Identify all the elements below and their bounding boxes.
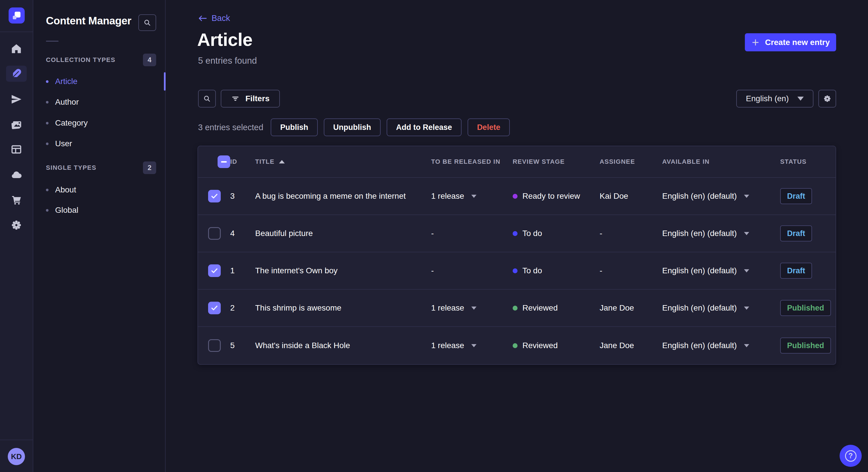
status-badge: Published bbox=[780, 338, 831, 353]
check-icon bbox=[210, 266, 219, 275]
subnav-item-label: User bbox=[55, 139, 72, 148]
cell-review-stage: To do bbox=[503, 229, 590, 238]
gear-settings-icon bbox=[11, 220, 22, 231]
column-header-available-in: AVAILABLE IN bbox=[652, 158, 770, 165]
review-stage-dot bbox=[513, 268, 518, 273]
nav-media-library[interactable] bbox=[0, 117, 33, 133]
cell-available-in[interactable]: English (en) (default) bbox=[652, 192, 770, 201]
row-checkbox[interactable] bbox=[208, 227, 221, 240]
search-icon bbox=[203, 95, 211, 103]
cell-released-in[interactable]: 1 release bbox=[421, 303, 503, 312]
rail-divider bbox=[0, 32, 33, 32]
subnav-divider bbox=[46, 41, 59, 42]
add-to-release-button[interactable]: Add to Release bbox=[386, 119, 462, 136]
column-header-assignee: ASSIGNEE bbox=[590, 158, 652, 165]
unpublish-button[interactable]: Unpublish bbox=[324, 119, 381, 136]
strapi-logo bbox=[9, 7, 25, 24]
cell-id: 3 bbox=[220, 192, 245, 201]
nav-deploy[interactable] bbox=[0, 167, 33, 183]
table-row[interactable]: 2 This shrimp is awesome 1 release Revie… bbox=[198, 290, 836, 327]
delete-button[interactable]: Delete bbox=[468, 119, 510, 136]
row-checkbox[interactable] bbox=[208, 190, 221, 202]
search-entries-button[interactable] bbox=[198, 90, 216, 107]
release-chevron-icon bbox=[471, 195, 476, 198]
cell-assignee: Kai Doe bbox=[590, 192, 652, 201]
nav-content-type-builder[interactable] bbox=[0, 141, 33, 158]
subnav-item-label: Category bbox=[55, 119, 88, 128]
bullet-icon bbox=[46, 122, 49, 125]
subnav-item-user[interactable]: User bbox=[46, 137, 72, 150]
section-label-collection-types: COLLECTION TYPES bbox=[46, 56, 115, 64]
table-row[interactable]: 4 Beautiful picture - To do - English (e… bbox=[198, 215, 836, 252]
subnav-title: Content Manager bbox=[46, 15, 131, 27]
locale-value: English (en) bbox=[746, 94, 789, 103]
cell-released-in[interactable]: 1 release bbox=[421, 192, 503, 201]
cell-released-in[interactable]: 1 release bbox=[421, 341, 503, 350]
create-new-entry-button[interactable]: Create new entry bbox=[745, 33, 836, 51]
nav-settings[interactable] bbox=[0, 217, 33, 233]
subnav-item-label: Article bbox=[55, 77, 78, 86]
locale-select[interactable]: English (en) bbox=[736, 90, 813, 107]
release-chevron-icon bbox=[471, 344, 476, 347]
nav-home[interactable] bbox=[0, 41, 33, 57]
column-header-id[interactable]: ID bbox=[220, 158, 245, 165]
cart-marketplace-icon bbox=[11, 194, 22, 205]
table-toolbar: Filters English (en) bbox=[198, 90, 836, 107]
cell-review-stage: To do bbox=[503, 266, 590, 275]
media-library-icon bbox=[11, 119, 22, 131]
help-button[interactable]: ? bbox=[840, 445, 862, 467]
row-checkbox[interactable] bbox=[208, 302, 221, 314]
subnav-item-category[interactable]: Category bbox=[46, 117, 88, 129]
subnav-search-button[interactable] bbox=[138, 14, 156, 31]
cell-available-in[interactable]: English (en) (default) bbox=[652, 303, 770, 312]
subnav-item-author[interactable]: Author bbox=[46, 96, 79, 108]
nav-content-manager[interactable] bbox=[0, 66, 33, 82]
bullet-icon bbox=[46, 101, 49, 103]
locale-chevron-icon bbox=[744, 269, 749, 272]
review-stage-dot bbox=[513, 231, 518, 236]
locale-chevron-icon bbox=[744, 232, 749, 235]
view-settings-button[interactable] bbox=[818, 90, 836, 107]
status-badge: Draft bbox=[780, 263, 812, 279]
nav-marketplace[interactable] bbox=[0, 192, 33, 208]
cell-id: 1 bbox=[220, 266, 245, 275]
back-link[interactable]: Back bbox=[198, 13, 230, 23]
single-types-count-badge: 2 bbox=[143, 162, 156, 174]
column-header-to-be-released-in: TO BE RELEASED IN bbox=[421, 158, 503, 165]
filters-button[interactable]: Filters bbox=[221, 90, 280, 107]
cell-assignee: Jane Doe bbox=[590, 341, 652, 350]
home-icon bbox=[11, 43, 22, 55]
cell-assignee: - bbox=[590, 229, 652, 238]
subnav-item-global[interactable]: Global bbox=[46, 204, 79, 216]
subnav-item-article[interactable]: Article bbox=[46, 75, 78, 88]
cell-id: 4 bbox=[220, 229, 245, 238]
filters-label: Filters bbox=[245, 94, 270, 103]
nav-releases[interactable] bbox=[0, 92, 33, 107]
status-badge: Draft bbox=[780, 225, 812, 241]
main-nav-rail: KD bbox=[0, 0, 33, 472]
paper-plane-icon bbox=[11, 94, 22, 105]
locale-chevron-icon bbox=[744, 344, 749, 347]
row-checkbox[interactable] bbox=[208, 339, 221, 352]
filter-lines-icon bbox=[231, 94, 240, 103]
row-checkbox[interactable] bbox=[208, 264, 221, 277]
column-header-title[interactable]: TITLE bbox=[245, 158, 421, 165]
bullet-icon bbox=[46, 209, 49, 212]
publish-button[interactable]: Publish bbox=[271, 119, 318, 136]
table-row[interactable]: 5 What's inside a Black Hole 1 release R… bbox=[198, 327, 836, 364]
subnav-item-label: About bbox=[55, 185, 76, 194]
cell-available-in[interactable]: English (en) (default) bbox=[652, 266, 770, 275]
cell-title: The internet's Own boy bbox=[245, 266, 421, 275]
sort-ascending-icon bbox=[279, 160, 285, 164]
subnav-item-label: Author bbox=[55, 98, 79, 107]
locale-chevron-icon bbox=[744, 195, 749, 198]
table-row[interactable]: 1 The internet's Own boy - To do - Engli… bbox=[198, 252, 836, 290]
user-avatar[interactable]: KD bbox=[8, 448, 25, 465]
content-manager-subnav: Content Manager COLLECTION TYPES 4 Artic… bbox=[33, 0, 166, 472]
subnav-item-about[interactable]: About bbox=[46, 183, 76, 196]
cell-available-in[interactable]: English (en) (default) bbox=[652, 229, 770, 238]
table-row[interactable]: 3 A bug is becoming a meme on the intern… bbox=[198, 178, 836, 215]
check-icon bbox=[210, 192, 219, 200]
back-label: Back bbox=[212, 13, 230, 23]
cell-available-in[interactable]: English (en) (default) bbox=[652, 341, 770, 350]
